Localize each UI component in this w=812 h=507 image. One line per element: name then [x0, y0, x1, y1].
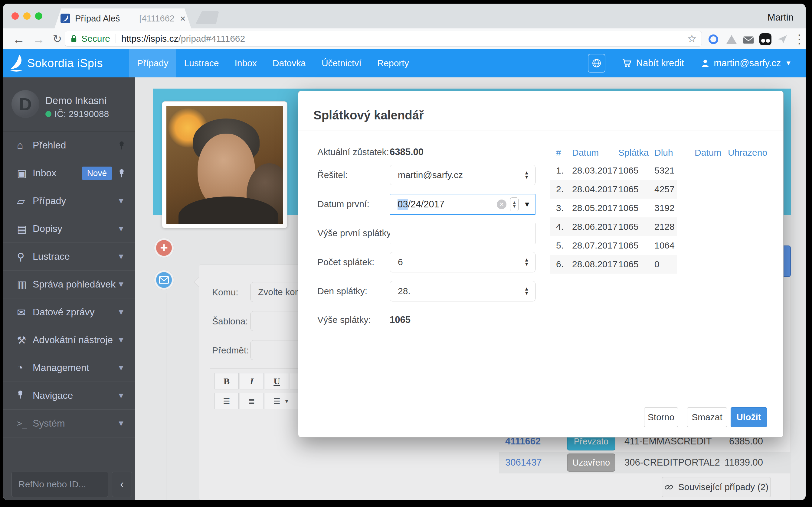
- calendar-dropdown-icon[interactable]: ▼: [523, 200, 530, 209]
- browser-profile-name[interactable]: Martin: [767, 12, 794, 23]
- amount-label: Výše splátky:: [317, 315, 371, 325]
- bookmark-star-icon[interactable]: ☆: [687, 32, 697, 45]
- col-header[interactable]: #: [556, 148, 572, 158]
- compose-message-button[interactable]: [154, 270, 174, 290]
- italic-button[interactable]: I: [240, 373, 264, 389]
- day-label: Den splátky:: [317, 286, 367, 296]
- home-icon: ⌂: [17, 139, 33, 151]
- case-link[interactable]: 4111662: [505, 436, 541, 447]
- sidebar-item-navigace[interactable]: Navigace ▼: [3, 382, 135, 410]
- extension-drive-icon[interactable]: [725, 33, 738, 45]
- first-amount-input[interactable]: [390, 223, 536, 244]
- sidebar-item-lustrace[interactable]: ⚲ Lustrace ▼: [3, 243, 135, 271]
- tab-close-icon[interactable]: ×: [180, 13, 186, 24]
- align-dropdown[interactable]: ☰▼: [265, 393, 298, 409]
- debtor-photo: [162, 101, 288, 228]
- secure-label: Secure: [82, 34, 110, 44]
- bullet-list-icon[interactable]: ☰: [214, 393, 239, 409]
- stepper-icon[interactable]: ▲▼: [510, 198, 518, 211]
- chevron-down-icon: ▼: [785, 59, 792, 67]
- cancel-button[interactable]: Storno: [644, 407, 678, 427]
- org-avatar[interactable]: D: [11, 90, 39, 118]
- nav-item-ucetnictvi[interactable]: Účetnictví: [314, 49, 369, 77]
- nav-item-lustrace[interactable]: Lustrace: [176, 49, 226, 77]
- clear-icon[interactable]: ✕: [497, 200, 506, 209]
- main-menu: Případy Lustrace Inbox Datovka Účetnictv…: [129, 49, 417, 77]
- nav-item-pripady[interactable]: Případy: [129, 49, 176, 77]
- app-logo[interactable]: Sokordia iSpis: [10, 54, 129, 72]
- sidebar-item-pripady[interactable]: ▱ Případy ▼: [3, 187, 135, 215]
- subject-label: Předmět:: [212, 345, 249, 355]
- nav-item-reporty[interactable]: Reporty: [369, 49, 417, 77]
- numbered-list-icon[interactable]: ≣: [240, 393, 264, 409]
- bold-button[interactable]: B: [214, 373, 239, 389]
- pin-icon[interactable]: [118, 141, 125, 150]
- balance-value: 6385.00: [390, 147, 423, 158]
- sidebar-item-dopisy[interactable]: ▤ Dopisy ▼: [3, 215, 135, 243]
- document-icon: ▤: [17, 223, 33, 235]
- chevron-down-icon: ▼: [117, 196, 125, 206]
- first-date-input[interactable]: 03/24/2017 ✕ ▲▼ ▼: [390, 194, 536, 215]
- col-header[interactable]: Uhrazeno: [728, 148, 772, 158]
- first-amount-label: Výše první splátky:: [317, 228, 394, 238]
- sidebar-item-inbox[interactable]: ▣ Inbox Nové: [3, 159, 135, 187]
- address-bar[interactable]: Secure https://ispis.cz /pripad#4111662 …: [65, 31, 702, 47]
- folder-icon: ▱: [17, 195, 33, 207]
- add-event-button[interactable]: +: [154, 238, 174, 258]
- col-header[interactable]: Splátka: [618, 148, 654, 158]
- sidebar-item-advokatni-nastroje[interactable]: ⚒ Advokátní nástroje ▼: [3, 326, 135, 354]
- zoom-window-button[interactable]: [35, 12, 42, 20]
- sidebar-item-datove-zpravy[interactable]: ✉ Datové zprávy ▼: [3, 298, 135, 326]
- sidebar-item-system[interactable]: >_ Systém ▼: [3, 410, 135, 438]
- reload-icon[interactable]: ↻: [53, 33, 62, 45]
- browser-menu-icon[interactable]: ⋮: [793, 32, 805, 46]
- user-icon: [701, 59, 709, 67]
- extension-inbox-icon[interactable]: [743, 33, 755, 45]
- bar-chart-icon: ▥: [17, 278, 33, 290]
- sidebar-item-management[interactable]: ◔ Management ▼: [3, 354, 135, 382]
- browser-tab[interactable]: Případ Aleš [4111662 ×: [54, 8, 191, 29]
- underline-button[interactable]: U: [265, 373, 289, 389]
- language-button[interactable]: [588, 54, 605, 72]
- user-email: martin@sarfy.cz: [714, 58, 781, 69]
- related-cases-button[interactable]: Související případy (2): [662, 477, 771, 497]
- schedule-table: # Datum Splátka Dluh 1.28.03.20171065532…: [550, 145, 683, 274]
- pin-icon[interactable]: [118, 169, 125, 178]
- save-button[interactable]: Uložit: [730, 407, 767, 427]
- case-row: 3061437 Uzavřeno 306-CREDITPORTAL2 11839…: [499, 452, 791, 473]
- url-path: /pripad#4111662: [178, 34, 245, 44]
- day-select[interactable]: 28. ▲▼: [390, 281, 536, 301]
- paid-table: Datum Uhrazeno: [690, 145, 772, 161]
- delete-button[interactable]: Smazat: [687, 407, 727, 427]
- minimize-window-button[interactable]: [23, 12, 31, 20]
- col-header[interactable]: Dluh: [654, 148, 683, 158]
- amount-value: 1065: [390, 315, 411, 325]
- count-label: Počet splátek:: [317, 257, 374, 267]
- inbox-icon: ▣: [17, 167, 33, 179]
- back-icon[interactable]: ←: [13, 33, 25, 46]
- col-header[interactable]: Datum: [572, 148, 618, 158]
- col-header[interactable]: Datum: [695, 148, 728, 158]
- case-link[interactable]: 3061437: [505, 457, 542, 468]
- credit-button[interactable]: Nabít kredit: [622, 58, 684, 69]
- nav-item-inbox[interactable]: Inbox: [226, 49, 264, 77]
- extension-sync-icon[interactable]: [707, 33, 719, 45]
- sidebar-menu: ⌂ Přehled ▣ Inbox Nové ▱ Případy ▼ ▤ Dop…: [3, 131, 135, 438]
- sidebar-collapse-button[interactable]: ‹: [112, 472, 132, 497]
- to-label: Komu:: [212, 287, 238, 297]
- count-select[interactable]: 6 ▲▼: [390, 252, 536, 272]
- user-menu[interactable]: martin@sarfy.cz ▼: [701, 58, 792, 69]
- extension-pocket-icon[interactable]: [759, 33, 771, 45]
- nav-item-datovka[interactable]: Datovka: [265, 49, 314, 77]
- close-window-button[interactable]: [11, 12, 19, 20]
- sidebar-item-prehled[interactable]: ⌂ Přehled: [3, 131, 135, 159]
- envelope-icon: ✉: [17, 306, 33, 318]
- refno-search-input[interactable]: [11, 472, 108, 497]
- sail-logo-icon: [10, 54, 23, 72]
- sidebar-item-sprava-pohledavek[interactable]: ▥ Správa pohledávek ▼: [3, 271, 135, 298]
- chevron-down-icon: ▼: [117, 363, 125, 373]
- extension-plane-icon[interactable]: [776, 33, 789, 45]
- case-amount: 6385.00: [729, 436, 763, 447]
- select-spinner-icon: ▲▼: [524, 258, 529, 266]
- solver-select[interactable]: martin@sarfy.cz ▲▼: [390, 165, 536, 185]
